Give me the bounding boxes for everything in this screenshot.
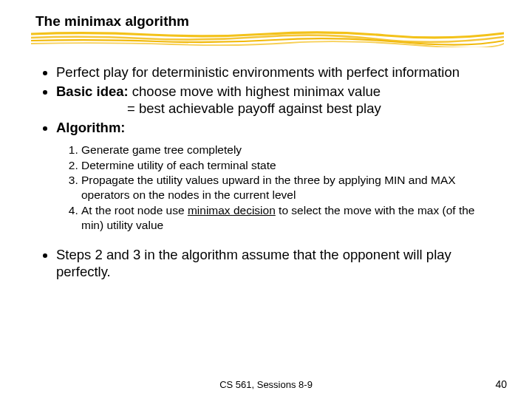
main-bullet-list: Perfect play for deterministic environme… (35, 64, 497, 137)
step-3: Propagate the utility values upward in t… (81, 173, 497, 202)
step-4: At the root node use minimax decision to… (81, 203, 497, 233)
footer-course: CS 561, Sessions 8-9 (0, 379, 532, 390)
title-underline-art (31, 31, 504, 47)
algorithm-steps: Generate game tree completely Determine … (35, 143, 497, 233)
footer-page-number: 40 (495, 378, 507, 390)
step-4-underlined: minimax decision (188, 204, 276, 216)
basic-idea-line2: = best achievable payoff against best pl… (56, 100, 497, 117)
step-4-pre: At the root node use (81, 204, 188, 216)
bullet-algorithm: Algorithm: (56, 119, 497, 137)
bullet-basic-idea: Basic idea: choose move with highest min… (56, 83, 497, 117)
step-2: Determine utility of each terminal state (81, 158, 497, 173)
closing-bullet-list: Steps 2 and 3 in the algorithm assume th… (35, 246, 497, 281)
algorithm-label: Algorithm: (56, 120, 126, 135)
basic-idea-label: Basic idea: (56, 83, 129, 99)
step-1: Generate game tree completely (81, 143, 497, 157)
bullet-perfect-play: Perfect play for deterministic environme… (56, 64, 497, 81)
bullet-closing: Steps 2 and 3 in the algorithm assume th… (56, 246, 497, 281)
slide-title: The minimax algorithm (35, 13, 497, 30)
basic-idea-text: choose move with highest minimax value (129, 83, 381, 99)
slide-body: The minimax algorithm Perfect play for d… (0, 0, 532, 281)
